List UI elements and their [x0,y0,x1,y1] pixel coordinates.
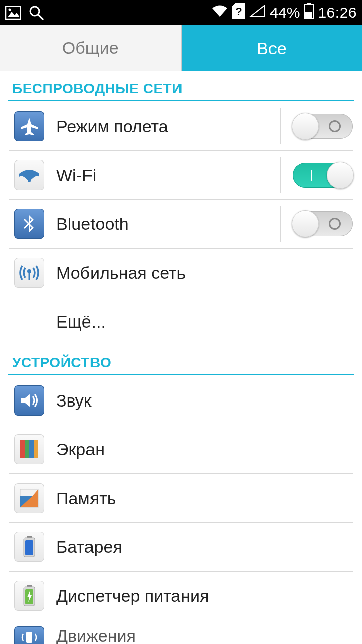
bluetooth-label: Bluetooth [56,214,129,234]
battery-percent: 44% [269,4,300,21]
row-mobile-network[interactable]: Мобильная сеть [0,249,362,297]
svg-rect-11 [29,271,30,280]
airplane-icon [14,111,44,141]
power-manager-label: Диспетчер питания [56,586,209,606]
battery-label: Батарея [56,537,122,557]
svg-rect-12 [20,440,25,458]
svg-point-2 [9,9,11,11]
mobile-network-label: Мобильная сеть [56,263,186,283]
row-display[interactable]: Экран [0,425,362,473]
bluetooth-icon [14,209,44,239]
picture-icon [5,6,21,20]
sim-unknown-icon: ? [232,3,245,23]
section-wireless-header: БЕСПРОВОДНЫЕ СЕТИ [0,71,362,100]
wifi-label: Wi-Fi [56,166,96,185]
tab-all[interactable]: Все [182,25,363,71]
row-more[interactable]: Ещё... [0,297,362,346]
row-storage[interactable]: Память [0,474,362,522]
svg-line-4 [38,15,43,19]
row-motion[interactable]: Движения [0,620,362,644]
row-sound[interactable]: Звук [0,376,362,425]
storage-label: Память [56,489,116,508]
section-divider [8,374,354,375]
airplane-toggle[interactable] [293,114,353,139]
storage-icon [14,483,44,513]
row-power-manager[interactable]: Диспетчер питания [0,572,362,620]
airplane-label: Режим полета [56,117,168,136]
motion-icon [14,626,44,644]
display-icon [14,434,44,464]
display-label: Экран [56,440,105,459]
svg-rect-17 [27,536,32,538]
svg-point-9 [28,179,31,182]
svg-rect-20 [27,585,32,587]
more-label: Ещё... [56,312,106,332]
svg-rect-15 [34,440,38,458]
status-bar: ? 44% 16:26 [0,0,362,25]
tab-bar: Общие Все [0,25,362,71]
clock: 16:26 [318,4,357,21]
mobile-network-icon [14,258,44,288]
section-divider [8,100,354,101]
power-manager-icon [14,581,44,611]
battery-settings-icon [14,532,44,562]
svg-rect-13 [25,440,29,458]
section-device-header: УСТРОЙСТВО [0,346,362,374]
svg-rect-8 [305,12,312,18]
search-icon [28,5,44,21]
cell-signal-icon [249,5,265,21]
svg-rect-19 [25,540,33,555]
svg-rect-23 [26,632,32,643]
battery-icon [304,3,314,23]
wifi-signal-icon [211,5,228,21]
bluetooth-toggle[interactable] [293,211,353,236]
motion-label: Движения [56,626,136,644]
sound-label: Звук [56,391,92,411]
row-wifi[interactable]: Wi-Fi [0,151,362,199]
svg-rect-0 [6,6,21,19]
svg-marker-1 [8,12,20,17]
wifi-icon [14,160,44,190]
sound-icon [14,385,44,416]
row-airplane[interactable]: Режим полета [0,102,362,150]
row-battery[interactable]: Батарея [0,523,362,571]
wifi-toggle[interactable] [293,163,353,188]
svg-text:?: ? [236,5,242,18]
svg-rect-14 [29,440,34,458]
row-bluetooth[interactable]: Bluetooth [0,200,362,248]
tab-general[interactable]: Общие [0,25,182,71]
